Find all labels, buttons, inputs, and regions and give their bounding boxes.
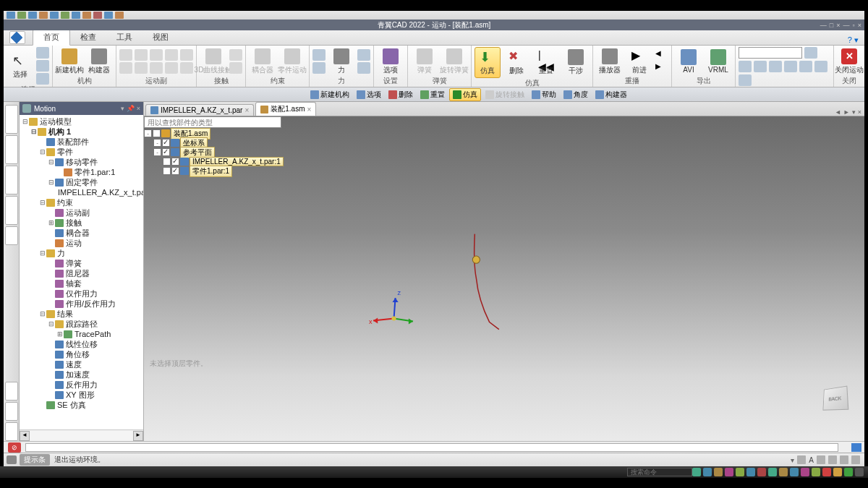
doc-tab-assembly[interactable]: 装配1.asm× <box>255 102 316 116</box>
tray-icon[interactable] <box>768 468 777 476</box>
tree-node[interactable]: 加速度 <box>21 369 142 380</box>
component-tree-row[interactable]: -参考平面 <box>144 147 284 157</box>
tree-node[interactable]: SE 仿真 <box>21 400 142 410</box>
pair1-icon[interactable] <box>119 49 132 61</box>
ctx-new-mechanism[interactable]: 新建机构 <box>307 89 352 100</box>
status-btn2-icon[interactable] <box>817 455 825 464</box>
panel-menu-icon[interactable]: ▾ <box>121 105 124 112</box>
builder-button[interactable]: 构建器 <box>85 48 113 75</box>
force1-icon[interactable] <box>312 49 326 61</box>
config-btn6-icon[interactable] <box>799 61 812 72</box>
tray-icon[interactable] <box>757 468 766 476</box>
component-search-input[interactable] <box>144 116 281 128</box>
pair9-icon[interactable] <box>180 49 193 61</box>
ctx-simulate[interactable]: 仿真 <box>449 88 481 101</box>
tree-node[interactable]: 阻尼器 <box>21 268 142 278</box>
vrml-button[interactable]: VRML <box>705 49 732 74</box>
sidetab-pin[interactable] <box>5 382 18 401</box>
doc-tab-impeller[interactable]: IMPELLER_A.KZ_x_t.par× <box>145 104 254 116</box>
qat-btn6-icon[interactable] <box>104 12 113 19</box>
tree-node[interactable]: 运动 <box>21 238 142 248</box>
sidetab-settings[interactable] <box>5 402 18 421</box>
ctx-options[interactable]: 选项 <box>354 89 384 100</box>
tab-menu-icon[interactable]: ▾ <box>852 108 856 116</box>
component-tree[interactable]: -装配1.asm-坐标系-参考平面IMPELLER_A.KZ_x_t.par:1… <box>144 129 284 176</box>
qat-print-icon[interactable] <box>39 12 48 19</box>
sidetab-last[interactable] <box>5 422 18 441</box>
qat-save-icon[interactable] <box>7 12 15 19</box>
config-input[interactable] <box>739 47 802 59</box>
player-button[interactable]: 播放器 <box>596 48 624 75</box>
pair7-icon[interactable] <box>165 49 178 61</box>
qat-btn5-icon[interactable] <box>93 12 102 19</box>
force3-icon[interactable] <box>357 49 370 61</box>
motion-tree[interactable]: ⊟运动模型⊟机构 1装配部件⊟零件⊟移动零件零件1.par:1⊟固定零件IMPE… <box>20 115 143 429</box>
tray-icon[interactable] <box>736 468 744 476</box>
tree-node[interactable]: XY 图形 <box>21 390 142 400</box>
error-icon[interactable]: ⊘ <box>8 442 21 453</box>
tree-node[interactable]: 弹簧 <box>21 258 142 268</box>
qat-btn4-icon[interactable] <box>82 12 91 19</box>
qat-btn3-icon[interactable] <box>72 12 80 19</box>
config-btn3-icon[interactable] <box>754 61 767 72</box>
pair5-icon[interactable] <box>150 49 163 61</box>
qat-btn7-icon[interactable] <box>115 12 124 19</box>
panel-pin-icon[interactable]: 📌 <box>127 105 135 112</box>
tab-prev-icon[interactable]: ◄ <box>835 108 841 116</box>
select-opt2-icon[interactable] <box>36 60 49 72</box>
app-menu-icon[interactable] <box>9 31 25 44</box>
config-btn8-icon[interactable] <box>739 74 752 86</box>
tray-icon[interactable] <box>833 468 842 476</box>
tree-node[interactable]: 速度 <box>21 359 142 369</box>
status-btn3-icon[interactable] <box>828 455 837 464</box>
status-btn4-icon[interactable] <box>840 455 848 464</box>
config-btn5-icon[interactable] <box>784 61 797 72</box>
tree-node[interactable]: 作用/反作用力 <box>21 299 142 309</box>
step-fwd-icon[interactable]: ▶ <box>655 62 668 74</box>
config-btn1-icon[interactable] <box>804 47 817 59</box>
interference-button[interactable]: 干涉 <box>562 49 590 76</box>
maximize-icon[interactable]: □ <box>830 22 833 29</box>
tree-node[interactable]: ⊟机构 1 <box>21 127 142 137</box>
tree-node[interactable]: IMPELLER_A.KZ_x_t.pa <box>21 187 142 197</box>
config-btn2-icon[interactable] <box>739 61 752 72</box>
tree-node[interactable]: ⊟运动模型 <box>21 116 142 127</box>
pair8-icon[interactable] <box>165 62 178 74</box>
pair10-icon[interactable] <box>180 62 193 74</box>
ctx-builder[interactable]: 构建器 <box>592 89 630 100</box>
inner-close-icon[interactable]: × <box>858 22 861 29</box>
status-mode-icon[interactable] <box>7 455 17 464</box>
tray-icon[interactable] <box>746 468 755 476</box>
simulate-button[interactable]: ⬇仿真 <box>475 47 501 78</box>
taskbar-search-input[interactable] <box>627 468 692 476</box>
options-button[interactable]: 选项 <box>377 48 404 75</box>
tray-icon[interactable] <box>703 468 712 476</box>
tree-node[interactable]: ⊞TracePath <box>21 329 142 339</box>
tab-home[interactable]: 首页 <box>33 29 70 46</box>
close-icon[interactable]: × <box>836 22 840 29</box>
force-button[interactable]: 力 <box>328 48 355 75</box>
select-opt1-icon[interactable] <box>36 47 49 59</box>
tray-record-icon[interactable] <box>822 468 831 476</box>
tray-icon[interactable] <box>844 468 853 476</box>
tab-next-icon[interactable]: ► <box>843 108 850 116</box>
tab-tools[interactable]: 工具 <box>106 30 142 45</box>
config-btn7-icon[interactable] <box>814 61 827 72</box>
select-opt3-icon[interactable] <box>36 73 49 85</box>
tree-node[interactable]: 轴套 <box>21 278 142 288</box>
tab-close-icon[interactable]: × <box>244 106 249 114</box>
tray-icon[interactable] <box>714 468 723 476</box>
sidetab-5[interactable] <box>5 226 18 245</box>
select-button[interactable]: ↖选择 <box>7 53 34 80</box>
status-scroll-icon[interactable]: ▾ <box>791 456 794 464</box>
ctx-reset[interactable]: 重置 <box>417 89 448 100</box>
tree-node[interactable]: ⊟结果 <box>21 309 142 319</box>
sidetab-4[interactable] <box>5 196 18 225</box>
inner-restore-icon[interactable]: ▫ <box>853 22 855 29</box>
help-icon[interactable]: ? ▾ <box>848 35 859 45</box>
tree-node[interactable]: ⊟零件 <box>21 147 142 157</box>
tray-icon[interactable] <box>692 468 701 476</box>
tree-hscroll[interactable]: ◄► <box>20 429 143 441</box>
tray-expand-icon[interactable] <box>855 468 864 476</box>
avi-button[interactable]: AVI <box>675 49 702 74</box>
